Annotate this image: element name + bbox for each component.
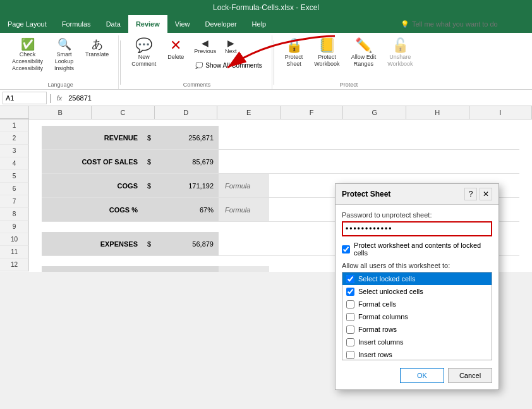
- col-header-b[interactable]: B: [29, 106, 92, 119]
- col-header-e[interactable]: E: [217, 106, 281, 119]
- list-item-select-locked[interactable]: Select locked cells: [342, 272, 492, 285]
- format-cols-label: Format columns: [358, 313, 408, 320]
- group-proofing: ✅ CheckAccessibilityAccessibility 🔍 Smar…: [3, 35, 119, 89]
- ribbon-tab-help[interactable]: Help: [245, 15, 274, 33]
- cb-insert-rows[interactable]: [346, 351, 354, 359]
- ribbon-tabs: Page Layout Formulas Data Review View De…: [0, 15, 532, 33]
- protect-buttons: 🔒 ProtectSheet 📒 ProtectWorkbook ✏️ Allo…: [281, 35, 418, 80]
- formula-input[interactable]: [67, 93, 529, 103]
- nav-and-show: ◀ Previous ▶ Next 💭 Show All Comments: [191, 35, 266, 73]
- list-item-format-rows[interactable]: Format rows: [342, 323, 492, 336]
- next-label: Next: [225, 48, 237, 55]
- row-6: 6: [0, 183, 29, 195]
- ribbon-tab-formulas[interactable]: Formulas: [54, 15, 99, 33]
- select-unlocked-label: Select unlocked cells: [358, 288, 423, 295]
- protect-checkbox-row: Protect worksheet and contents of locked…: [342, 241, 492, 257]
- ok-button[interactable]: OK: [400, 368, 444, 383]
- ribbon-tab-developer[interactable]: Developer: [197, 15, 244, 33]
- insert-rows-label: Insert rows: [358, 351, 392, 358]
- cb-insert-cols[interactable]: [346, 338, 354, 346]
- protect-checkbox[interactable]: [342, 245, 350, 253]
- row-7: 7: [0, 195, 29, 208]
- title-text: Lock-Formula-Cells.xlsx - Excel: [213, 3, 319, 12]
- cogs-pct-value[interactable]: 67%: [155, 198, 219, 221]
- protect-sheet-button[interactable]: 🔒 ProtectSheet: [281, 35, 308, 71]
- protect-workbook-button[interactable]: 📒 ProtectWorkbook: [310, 35, 344, 71]
- cb-format-rows[interactable]: [346, 326, 354, 334]
- cb-format-cols[interactable]: [346, 313, 354, 321]
- row-2: 2: [0, 132, 29, 145]
- net-profit-value[interactable]: 114,313: [155, 266, 219, 272]
- expenses-label: EXPENSES: [42, 232, 143, 255]
- translate-icon: あ: [92, 39, 103, 50]
- dialog-help-button[interactable]: ?: [464, 188, 477, 200]
- cancel-button[interactable]: Cancel: [448, 368, 492, 383]
- col-header-f[interactable]: F: [281, 106, 344, 119]
- tell-me-input[interactable]: [412, 20, 526, 28]
- corner-cell: [0, 106, 29, 119]
- cb-select-locked[interactable]: [346, 275, 354, 283]
- protect-checkbox-label: Protect worksheet and contents of locked…: [354, 241, 492, 257]
- cogs-label: COGS: [42, 174, 143, 197]
- ribbon-tab-review[interactable]: Review: [128, 15, 167, 33]
- cost-value[interactable]: 85,679: [155, 150, 219, 173]
- expenses-value[interactable]: 56,879: [155, 232, 219, 255]
- allow-edit-button[interactable]: ✏️ Allow EditRanges: [347, 35, 381, 71]
- cogs-value[interactable]: 171,192: [155, 174, 219, 197]
- dialog-title-bar: Protect Sheet ? ✕: [336, 184, 499, 205]
- list-item-insert-cols[interactable]: Insert columns: [342, 336, 492, 348]
- list-item-format-cells[interactable]: Format cells: [342, 298, 492, 310]
- list-item-insert-rows[interactable]: Insert rows: [342, 348, 492, 360]
- check-accessibility-button[interactable]: ✅ CheckAccessibilityAccessibility: [8, 35, 47, 75]
- col-header-i[interactable]: I: [469, 106, 533, 119]
- list-item-select-unlocked[interactable]: Select unlocked cells: [342, 285, 492, 298]
- row-1: 1: [0, 119, 29, 132]
- dialog-buttons: OK Cancel: [342, 365, 492, 383]
- prev-next-row: ◀ Previous ▶ Next: [191, 35, 266, 58]
- revenue-dollar: $: [143, 126, 155, 149]
- ribbon-tab-pagelayout[interactable]: Page Layout: [0, 15, 54, 33]
- comments-group-label: Comments: [183, 80, 211, 88]
- protect-sheet-dialog: Protect Sheet ? ✕ Password to unprotect …: [335, 183, 499, 390]
- show-all-comments-button[interactable]: 💭 Show All Comments: [191, 59, 266, 72]
- format-cells-label: Format cells: [358, 300, 396, 308]
- password-input[interactable]: [342, 221, 492, 236]
- format-rows-label: Format rows: [358, 326, 397, 333]
- cb-format-cells[interactable]: [346, 300, 354, 308]
- comments-buttons: 💬 NewComment ✕ Delete ◀ Previous ▶ Next: [127, 35, 267, 80]
- previous-button[interactable]: ◀ Previous: [191, 35, 219, 58]
- group-protect: 🔒 ProtectSheet 📒 ProtectWorkbook ✏️ Allo…: [275, 35, 423, 89]
- smart-lookup-button[interactable]: 🔍 SmartLookupInsights: [50, 35, 78, 75]
- ribbon-tab-data[interactable]: Data: [99, 15, 128, 33]
- new-comment-label: NewComment: [131, 54, 156, 68]
- col-header-g[interactable]: G: [343, 106, 406, 119]
- unshare-button[interactable]: 🔓 UnshareWorkbook: [383, 35, 417, 71]
- delete-icon: ✕: [170, 39, 181, 52]
- col-header-c[interactable]: C: [92, 106, 155, 119]
- ribbon-content: ✅ CheckAccessibilityAccessibility 🔍 Smar…: [0, 33, 532, 90]
- tell-me-box[interactable]: 💡: [394, 15, 532, 33]
- unshare-icon: 🔓: [392, 39, 409, 52]
- proofing-buttons: ✅ CheckAccessibilityAccessibility 🔍 Smar…: [8, 35, 113, 80]
- next-button[interactable]: ▶ Next: [221, 35, 241, 58]
- permissions-listbox[interactable]: Select locked cells Select unlocked cell…: [342, 272, 492, 360]
- col-header-d[interactable]: D: [155, 106, 218, 119]
- name-box[interactable]: [3, 92, 47, 104]
- balloon-icon: 💭: [195, 62, 203, 69]
- list-item-format-cols[interactable]: Format columns: [342, 310, 492, 323]
- proofing-group-label: Language: [48, 80, 73, 88]
- cost-dollar: $: [143, 150, 155, 173]
- new-comment-button[interactable]: 💬 NewComment: [127, 35, 160, 71]
- cb-select-unlocked[interactable]: [346, 288, 354, 296]
- password-label: Password to unprotect sheet:: [342, 211, 492, 219]
- select-locked-label: Select locked cells: [358, 275, 416, 283]
- dialog-close-button[interactable]: ✕: [480, 188, 492, 200]
- col-header-h[interactable]: H: [406, 106, 469, 119]
- allow-edit-icon: ✏️: [355, 39, 372, 52]
- cost-of-sales-row: COST OF SALES $ 85,679: [42, 150, 519, 174]
- revenue-value[interactable]: 256,871: [155, 126, 219, 149]
- allow-edit-label: Allow EditRanges: [351, 54, 377, 68]
- translate-button[interactable]: あ Translate: [81, 35, 113, 61]
- delete-comment-button[interactable]: ✕ Delete: [163, 35, 188, 64]
- ribbon-tab-view[interactable]: View: [167, 15, 198, 33]
